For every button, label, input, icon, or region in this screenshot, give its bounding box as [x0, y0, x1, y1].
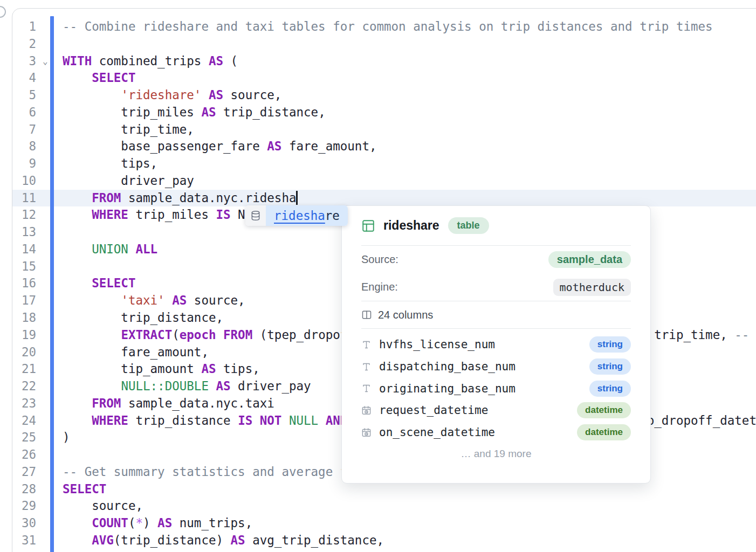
code-token: SELECT: [63, 482, 106, 496]
line-number[interactable]: 2: [12, 36, 36, 53]
line-number[interactable]: 26: [12, 446, 36, 464]
cell-handle-icon[interactable]: [0, 6, 6, 18]
code-line-2[interactable]: 2: [12, 36, 756, 53]
code-line-30[interactable]: 30 COUNT(*) AS num_trips,: [12, 515, 756, 532]
code-token: [63, 396, 92, 410]
line-number[interactable]: 7: [12, 121, 36, 139]
code-token: tips,: [63, 156, 157, 170]
column-name: dispatching_base_num: [379, 360, 589, 373]
line-number[interactable]: 16: [12, 275, 36, 292]
fold-gutter: [36, 412, 63, 430]
line-number[interactable]: 13: [12, 224, 36, 241]
fold-gutter: [36, 206, 63, 224]
code-token: AS: [157, 516, 172, 530]
code-line-6[interactable]: 6 trip_miles AS trip_distance,: [12, 104, 756, 121]
fold-gutter: [36, 104, 63, 121]
fold-gutter: [36, 309, 63, 327]
line-number[interactable]: 27: [12, 464, 36, 481]
sql-notebook-page: 1 -- Combine rideshare and taxi tables f…: [0, 0, 756, 552]
line-number[interactable]: 8: [12, 138, 36, 155]
line-number[interactable]: 5: [12, 87, 36, 104]
fold-gutter: [36, 87, 63, 104]
code-token: source,: [187, 293, 245, 307]
meta-label: Source:: [361, 253, 398, 266]
code-token: 'rideshare': [121, 88, 201, 102]
code-token: (: [223, 54, 238, 68]
code-token: trip_distance: [128, 413, 238, 427]
code-token: [252, 413, 260, 427]
code-token: [63, 516, 92, 530]
line-number[interactable]: 31: [12, 532, 36, 549]
table-info-card: rideshare table Source:sample_dataEngine…: [341, 205, 651, 484]
code-line-8[interactable]: 8 base_passenger_fare AS fare_amount,: [12, 138, 756, 155]
line-number[interactable]: 25: [12, 429, 36, 446]
code-token: base_passenger_fare: [63, 139, 267, 153]
code-token: NOT: [260, 413, 282, 427]
line-number[interactable]: 1: [12, 18, 36, 36]
line-number[interactable]: 28: [12, 481, 36, 498]
line-number[interactable]: 24: [12, 412, 36, 430]
code-token: [63, 88, 121, 102]
line-number[interactable]: 14: [12, 241, 36, 258]
code-token: NULL::DOUBLE: [121, 379, 209, 393]
line-number[interactable]: 29: [12, 498, 36, 515]
code-line-9[interactable]: 9 tips,: [12, 155, 756, 172]
line-number[interactable]: 32: [12, 549, 36, 552]
line-number[interactable]: 3: [12, 53, 36, 70]
code-token: driver_pay: [63, 174, 194, 188]
column-name: on_scene_datetime: [379, 426, 577, 439]
code-line-3[interactable]: 3⌄WITH combined_trips AS (: [12, 53, 756, 70]
code-line-7[interactable]: 7 trip_time,: [12, 121, 756, 139]
fold-gutter: [36, 258, 63, 275]
code-token: tips,: [216, 362, 259, 376]
code-token: [63, 379, 121, 393]
code-token: AS: [267, 139, 281, 153]
columns-icon: [361, 309, 372, 320]
line-number[interactable]: 12: [12, 206, 36, 224]
code-token: tip_amount: [63, 362, 201, 376]
line-number[interactable]: 18: [12, 309, 36, 327]
line-number[interactable]: 17: [12, 292, 36, 309]
fold-gutter: [36, 292, 63, 309]
fold-gutter: [36, 446, 63, 464]
code-token: [128, 242, 136, 256]
line-number[interactable]: 23: [12, 395, 36, 412]
fold-gutter: [36, 464, 63, 481]
code-line-4[interactable]: 4 SELECT: [12, 70, 756, 87]
line-number[interactable]: 20: [12, 344, 36, 361]
code-token: ): [63, 430, 70, 444]
fold-gutter: [36, 481, 63, 498]
autocomplete-suggestion[interactable]: rideshare: [245, 205, 348, 226]
code-line-1[interactable]: 1 -- Combine rideshare and taxi tables f…: [12, 18, 756, 36]
code-line-31[interactable]: 31 AVG(trip_distance) AS avg_trip_distan…: [12, 532, 756, 549]
meta-row: Engine:motherduck: [361, 273, 631, 301]
code-token: -- seconds: [734, 328, 756, 342]
line-number[interactable]: 15: [12, 258, 36, 275]
code-line-5[interactable]: 5 'rideshare' AS source,: [12, 87, 756, 104]
line-number[interactable]: 21: [12, 361, 36, 378]
line-number[interactable]: 9: [12, 155, 36, 172]
line-number[interactable]: 11: [12, 190, 36, 207]
code-token: AS: [216, 379, 230, 393]
line-number[interactable]: 19: [12, 327, 36, 344]
column-type-badge: string: [589, 336, 631, 353]
code-token: ALL: [135, 242, 157, 256]
code-line-29[interactable]: 29 source,: [12, 498, 756, 515]
line-number[interactable]: 22: [12, 378, 36, 395]
code-line-10[interactable]: 10 driver_pay: [12, 172, 756, 190]
code-token: AVG: [92, 533, 114, 547]
line-number[interactable]: 10: [12, 172, 36, 190]
line-number[interactable]: 6: [12, 104, 36, 121]
fold-gutter: [36, 429, 63, 446]
code-line-11[interactable]: 11 FROM sample_data.nyc.ridesha: [12, 190, 756, 207]
code-line-32[interactable]: 32 AVG(trip_time) AS avg_trip_duration,: [12, 549, 756, 552]
code-token: trip_time,: [63, 122, 194, 136]
fold-chevron-down-icon[interactable]: ⌄: [36, 53, 63, 70]
line-number[interactable]: 4: [12, 70, 36, 87]
fold-gutter: [36, 172, 63, 190]
fold-gutter: [36, 70, 63, 87]
fold-gutter: [36, 241, 63, 258]
line-number[interactable]: 30: [12, 515, 36, 532]
code-token: [63, 293, 121, 307]
fold-gutter: [36, 275, 63, 292]
